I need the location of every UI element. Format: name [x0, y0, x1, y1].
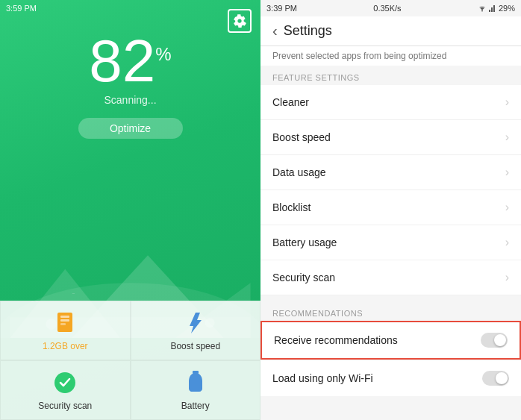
left-panel: 3:59 PM 82% Scanning... Optimize	[0, 0, 260, 420]
svg-rect-10	[57, 313, 72, 332]
security-icon-cell[interactable]: Security scan	[0, 360, 131, 420]
bottom-icons-grid: 1.2GB over Boost speed Security scan B	[0, 301, 260, 420]
right-panel: 3:39 PM 0.35K/s 29% ‹ Settings Prevent s…	[260, 0, 521, 420]
svg-rect-11	[60, 316, 69, 318]
wifi-icon	[478, 4, 487, 12]
security-scan-chevron: ›	[505, 271, 509, 284]
receive-recommendations-label: Receive recommendations	[274, 334, 398, 346]
percent-number: 82%	[89, 31, 171, 91]
security-scan-item[interactable]: Security scan ›	[260, 260, 521, 295]
scanning-text: Scanning...	[0, 94, 260, 106]
wifi-only-label: Load using only Wi-Fi	[272, 372, 373, 384]
battery-usage-label: Battery usage	[272, 236, 337, 248]
boost-speed-item[interactable]: Boost speed ›	[260, 120, 521, 155]
wifi-only-item[interactable]: Load using only Wi-Fi	[260, 360, 521, 396]
left-time: 3:59 PM	[6, 4, 37, 13]
storage-icon-cell[interactable]: 1.2GB over	[0, 301, 131, 360]
right-status-bar: 3:39 PM 0.35K/s 29%	[260, 0, 521, 16]
storage-label: 1.2GB over	[43, 341, 88, 351]
storage-icon	[52, 310, 78, 336]
blocklist-label: Blocklist	[272, 201, 311, 213]
left-status-bar: 3:59 PM	[0, 0, 260, 16]
right-speed: 0.35K/s	[373, 4, 401, 13]
receive-recommendations-item[interactable]: Receive recommendations	[260, 321, 521, 360]
cleaner-chevron: ›	[505, 95, 509, 109]
battery-label: Battery	[181, 401, 210, 411]
back-button[interactable]: ‹	[272, 22, 278, 40]
data-usage-label: Data usage	[272, 166, 326, 178]
blocklist-chevron: ›	[505, 201, 509, 214]
optimize-button[interactable]: Optimize	[78, 118, 183, 139]
settings-title: Settings	[284, 23, 332, 39]
svg-rect-13	[60, 323, 66, 325]
battery-icon	[182, 369, 209, 396]
truncated-item: Prevent selected apps from being optimiz…	[260, 46, 521, 66]
right-battery: 29%	[499, 4, 515, 13]
svg-rect-12	[60, 319, 69, 322]
boost-speed-label: Boost speed	[272, 131, 331, 143]
boost-icon-cell[interactable]: Boost speed	[131, 301, 261, 360]
blocklist-item[interactable]: Blocklist ›	[260, 190, 521, 225]
settings-header: ‹ Settings	[260, 16, 521, 46]
data-usage-item[interactable]: Data usage ›	[260, 155, 521, 190]
svg-marker-14	[190, 313, 202, 333]
gear-button[interactable]	[228, 9, 252, 33]
cleaner-label: Cleaner	[272, 96, 309, 108]
svg-rect-16	[193, 371, 199, 374]
feature-settings-header: FEATURE SETTINGS	[260, 66, 521, 85]
percent-display: 82% Scanning... Optimize	[0, 31, 260, 139]
svg-rect-20	[493, 5, 495, 12]
security-scan-icon	[52, 369, 78, 396]
svg-text:~: ~	[72, 291, 75, 296]
boost-label: Boost speed	[170, 341, 220, 351]
settings-list: Prevent selected apps from being optimiz…	[260, 46, 521, 420]
cleaner-item[interactable]: Cleaner ›	[260, 85, 521, 120]
svg-rect-18	[489, 10, 490, 12]
boost-speed-chevron: ›	[505, 131, 509, 144]
security-label: Security scan	[38, 401, 92, 411]
boost-icon	[182, 310, 209, 336]
wifi-only-toggle[interactable]	[482, 371, 509, 386]
battery-usage-chevron: ›	[505, 236, 509, 249]
right-time: 3:39 PM	[266, 4, 297, 13]
svg-point-17	[481, 10, 483, 12]
recommendations-header: RECOMMENDATIONS	[260, 301, 521, 321]
battery-icon-cell[interactable]: Battery	[131, 360, 261, 420]
battery-usage-item[interactable]: Battery usage ›	[260, 225, 521, 260]
data-usage-chevron: ›	[505, 166, 509, 179]
signal-icon	[489, 4, 496, 12]
svg-rect-19	[491, 7, 493, 12]
receive-recommendations-toggle[interactable]	[481, 333, 508, 348]
security-scan-label: Security scan	[272, 272, 335, 283]
